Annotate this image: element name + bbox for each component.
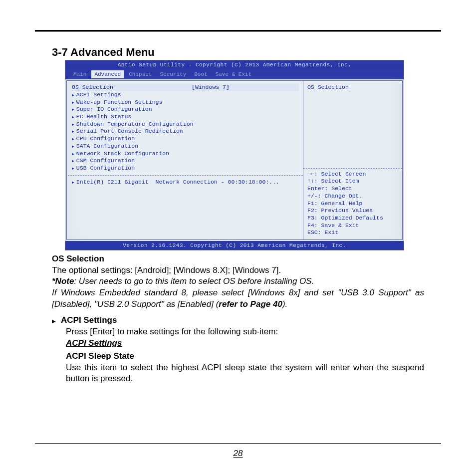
acpi-settings-subheading: ACPI Settings [66,338,424,349]
bios-topbar: Aptio Setup Utility - Copyright (C) 2013… [65,60,404,69]
triangle-icon [52,315,56,326]
bios-tab-boot[interactable]: Boot [191,70,210,78]
os-selection-text: The optional settings: [Android]; [Windo… [52,265,424,276]
acpi-sleep-heading: ACPI Sleep State [66,351,424,362]
bios-tab-chipset[interactable]: Chipset [126,70,155,78]
bios-item[interactable]: CPU Configuration [72,135,299,143]
acpi-bullet-row: ACPI Settings [52,315,424,326]
bios-tab-security[interactable]: Security [157,70,189,78]
bios-item-value: [Windows 7] [192,84,230,91]
acpi-settings-heading: ACPI Settings [61,315,117,326]
bios-item[interactable]: CSM Configuration [72,157,299,165]
bios-tab-main[interactable]: Main [70,70,89,78]
bios-help-panel: OS Selection →←: Select Screen ↑↓: Selec… [303,80,403,240]
acpi-enter-text: Press [Enter] to make settings for the f… [66,326,424,338]
bios-item-network[interactable]: Intel(R) I211 Gigabit Network Connection… [72,179,299,186]
bios-item[interactable]: Network Stack Configuration [72,150,299,158]
bios-item[interactable]: SATA Configuration [72,143,299,150]
bios-help-title: OS Selection [307,84,398,91]
bios-item[interactable]: PC Health Status [72,113,299,121]
note-lead: *Note [52,276,74,286]
bios-tab-advanced[interactable]: Advanced [91,70,124,78]
bios-menu-panel: OS Selection [Windows 7] ACPI Settings W… [66,80,303,240]
bios-item-label: OS Selection [72,84,192,91]
bios-bottombar: Version 2.16.1243. Copyright (C) 2013 Am… [65,241,404,250]
bios-tab-save-exit[interactable]: Save & Exit [213,70,255,78]
note-rest: : User needs to go to this item to selec… [74,276,314,286]
section-heading: 3-7 Advanced Menu [52,46,441,59]
bios-item[interactable]: Serial Port Console Redirection [72,128,299,135]
bios-item[interactable]: Super IO Configuration [72,106,299,113]
bios-item[interactable]: Shutdown Temperature Configuration [72,121,299,128]
bios-screenshot: Aptio Setup Utility - Copyright (C) 2013… [65,60,404,250]
bios-item[interactable]: ACPI Settings [72,91,299,99]
os-selection-heading: OS Selection [52,253,424,265]
acpi-sleep-text: Use this item to select the highest ACPI… [66,362,424,385]
bios-divider [68,175,303,176]
bios-item[interactable]: Wake-up Function Settings [72,99,299,106]
page-number: 28 [0,449,476,459]
bios-item-os-selection[interactable]: OS Selection [Windows 7] [72,84,299,91]
bios-tab-row: Main Advanced Chipset Security Boot Save… [65,69,404,79]
note-line: *Note: User needs to go to this item to … [52,276,424,287]
bios-help-keys: →←: Select Screen ↑↓: Select Item Enter:… [307,166,398,237]
note-paragraph: If Windows Embedded standard 8, please s… [52,287,424,310]
top-rule [35,30,441,32]
footer-rule [35,443,441,444]
bios-item[interactable]: USB Configuration [72,165,299,172]
